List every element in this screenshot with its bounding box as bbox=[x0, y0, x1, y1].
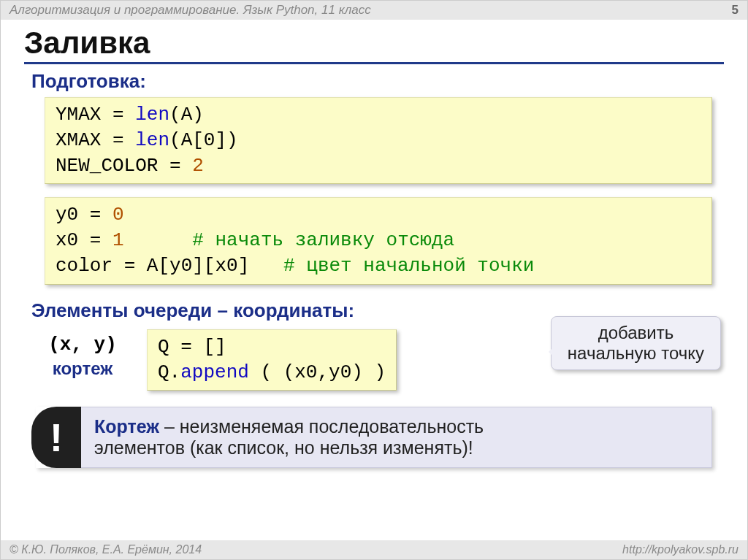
callout-line1: добавить bbox=[568, 323, 704, 343]
title-rule bbox=[24, 62, 724, 64]
course-title: Алгоритмизация и программирование. Язык … bbox=[9, 3, 371, 18]
content: Подготовка: YMAX = len(A) XMAX = len(A[0… bbox=[1, 69, 747, 468]
slide-title: Заливка bbox=[1, 20, 747, 62]
footer-bar: © К.Ю. Поляков, Е.А. Ерёмин, 2014 http:/… bbox=[1, 540, 747, 559]
code-block-prep2: y0 = 0 x0 = 1 # начать заливку отсюда co… bbox=[45, 197, 712, 284]
callout-line2: начальную точку bbox=[568, 343, 704, 364]
footer-right: http://kpolyakov.spb.ru bbox=[622, 543, 739, 556]
callout-add-start: добавить начальную точку bbox=[551, 316, 721, 370]
page-number: 5 bbox=[732, 3, 739, 18]
tuple-column: (x, y) кортеж bbox=[31, 329, 134, 379]
footer-left: © К.Ю. Поляков, Е.А. Ерёмин, 2014 bbox=[9, 543, 202, 556]
tuple-label: кортеж bbox=[31, 358, 134, 379]
code-block-queue: Q = [] Q.append ( (x0,y0) ) bbox=[147, 329, 397, 391]
note-term: Кортеж bbox=[94, 416, 159, 437]
note-box: ! Кортеж – неизменяемая последовательнос… bbox=[36, 407, 712, 468]
section1-heading: Подготовка: bbox=[31, 69, 717, 97]
slide: Алгоритмизация и программирование. Язык … bbox=[0, 0, 748, 560]
exclamation-icon: ! bbox=[31, 407, 81, 468]
tuple-expr: (x, y) bbox=[48, 334, 117, 356]
queue-row: (x, y) кортеж Q = [] Q.append ( (x0,y0) … bbox=[31, 329, 717, 391]
note-rest1: – неизменяемая последовательность bbox=[159, 416, 484, 437]
header-bar: Алгоритмизация и программирование. Язык … bbox=[1, 1, 747, 20]
code-block-prep1: YMAX = len(A) XMAX = len(A[0]) NEW_COLOR… bbox=[45, 97, 712, 184]
note-body: Кортеж – неизменяемая последовательность… bbox=[81, 407, 712, 468]
note-rest2: элементов (как список, но нельзя изменят… bbox=[94, 437, 473, 458]
